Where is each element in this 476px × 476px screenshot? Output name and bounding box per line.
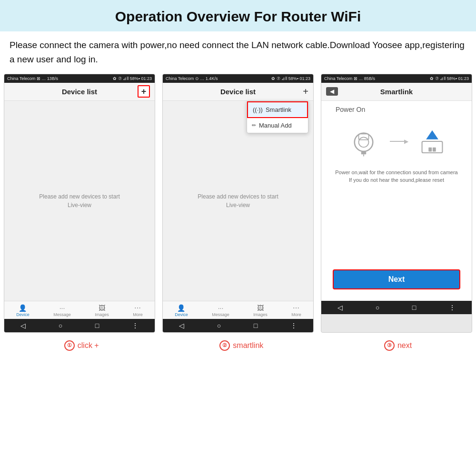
bottom-nav-1: 👤 Device ··· Message 🖼 Images ⋯ More xyxy=(4,301,155,319)
phone-1: China Telecom ⊠ … 13B/s ✿ ⑦ ⊿ll 58%▪ 01:… xyxy=(4,74,155,333)
smartlink-label: Smartlink xyxy=(266,106,291,113)
connection-arrow: ▶ xyxy=(390,138,408,145)
camera-svg xyxy=(347,125,380,158)
status-bar-3: China Telecom ⊠ … 85B/s ✿ ⑦ ⊿ll 58%▪ 01:… xyxy=(321,74,472,83)
status-text-3: China Telecom ⊠ … 85B/s xyxy=(324,76,375,81)
nav-message-1[interactable]: ··· Message xyxy=(51,303,73,318)
label-text-2: smartlink xyxy=(233,341,263,350)
label-circle-3: ③ xyxy=(384,340,395,351)
phone-body-2: Please add new devices to startLive-view… xyxy=(163,101,313,301)
power-on-label: Power On xyxy=(336,106,365,113)
back-arrow-2[interactable]: ◁ xyxy=(179,322,184,329)
dropdown-menu-2: ((·)) Smartlink ✏ Manual Add xyxy=(247,101,308,133)
recent-square-1[interactable]: □ xyxy=(95,322,99,329)
bottom-nav-2: 👤 Device ··· Message 🖼 Images ⋯ More xyxy=(163,301,313,319)
device-icon-2: 👤 xyxy=(177,304,185,312)
nav-device-1[interactable]: 👤 Device xyxy=(14,303,31,318)
nav-message-2[interactable]: ··· Message xyxy=(210,303,231,318)
dropdown-manual-add[interactable]: ✏ Manual Add xyxy=(247,118,308,133)
next-button-wrap: Next xyxy=(326,266,467,293)
device-icon-1: 👤 xyxy=(19,304,27,312)
svg-point-0 xyxy=(354,133,373,151)
menu-dots-2[interactable]: ⋮ xyxy=(290,322,297,329)
message-icon-1: ··· xyxy=(60,304,65,312)
next-button[interactable]: Next xyxy=(333,269,460,289)
nav-bar-2: Device list + xyxy=(163,83,313,101)
menu-dots-1[interactable]: ⋮ xyxy=(132,322,139,329)
label-circle-1: ① xyxy=(64,340,75,351)
nav-images-label-1: Images xyxy=(95,312,109,317)
home-circle-1[interactable]: ○ xyxy=(59,322,62,329)
nav-message-label-2: Message xyxy=(212,312,229,317)
nav-images-1[interactable]: 🖼 Images xyxy=(93,303,111,318)
more-icon-1: ⋯ xyxy=(134,304,141,312)
label-3: ③ next xyxy=(384,340,412,351)
back-arrow-3[interactable]: ◁ xyxy=(337,304,343,311)
svg-rect-3 xyxy=(361,152,366,154)
nav-message-label-1: Message xyxy=(53,312,71,317)
status-icons-1: ✿ ⑦ ⊿ll 58%▪ 01:23 xyxy=(113,76,152,81)
recent-square-3[interactable]: □ xyxy=(412,304,416,311)
router-svg xyxy=(418,127,446,156)
svg-rect-8 xyxy=(432,148,436,152)
camera-illustration: ▶ xyxy=(347,125,446,158)
phone-2: China Telecom ⊙ … 1.4K/s ✿ ⑦ ⊿ll 58%▪ 01… xyxy=(162,74,314,333)
add-button-1[interactable]: + xyxy=(138,85,150,98)
nav-images-label-2: Images xyxy=(253,312,268,317)
manual-add-label: Manual Add xyxy=(259,122,292,129)
recent-square-2[interactable]: □ xyxy=(254,322,258,329)
power-on-instruction: Power on,wait for the connection sound f… xyxy=(335,169,457,184)
nav-bar-3: ◀ Smartlink xyxy=(321,83,472,101)
phones-row: China Telecom ⊠ … 13B/s ✿ ⑦ ⊿ll 58%▪ 01:… xyxy=(0,74,476,333)
smartlink-body: Power On ▶ xyxy=(321,101,472,301)
labels-row: ① click + ② smartlink ③ next xyxy=(0,336,476,354)
label-text-3: next xyxy=(397,341,412,350)
home-circle-3[interactable]: ○ xyxy=(376,304,379,311)
nav-more-1[interactable]: ⋯ More xyxy=(131,303,145,318)
system-nav-3: ◁ ○ □ ⋮ xyxy=(321,301,472,314)
svg-point-1 xyxy=(358,137,368,147)
nav-more-label-2: More xyxy=(291,312,301,317)
menu-dots-3[interactable]: ⋮ xyxy=(449,304,456,311)
nav-device-label-2: Device xyxy=(175,312,188,317)
label-circle-2: ② xyxy=(219,340,230,351)
status-icons-2: ✿ ⑦ ⊿ll 58%▪ 01:23 xyxy=(271,76,310,81)
phone-3: China Telecom ⊠ … 85B/s ✿ ⑦ ⊿ll 58%▪ 01:… xyxy=(321,74,472,333)
status-text-1: China Telecom ⊠ … 13B/s xyxy=(7,76,58,81)
description-text: Please connect the camera with power,no … xyxy=(0,31,476,72)
status-bar-2: China Telecom ⊙ … 1.4K/s ✿ ⑦ ⊿ll 58%▪ 01… xyxy=(163,74,313,83)
label-1: ① click + xyxy=(64,340,99,351)
header-banner: Operation Overview For Router WiFi xyxy=(0,0,476,31)
nav-bar-1: Device list + xyxy=(4,83,155,101)
images-icon-2: 🖼 xyxy=(257,304,264,312)
smartlink-icon: ((·)) xyxy=(253,106,263,113)
svg-rect-5 xyxy=(422,141,442,153)
empty-message-1: Please add new devices to startLive-view xyxy=(39,192,119,209)
page-title: Operation Overview For Router WiFi xyxy=(5,9,471,25)
nav-title-3: Smartlink xyxy=(380,88,413,96)
back-button-3[interactable]: ◀ xyxy=(326,87,338,96)
nav-title-1: Device list xyxy=(62,88,97,96)
home-circle-2[interactable]: ○ xyxy=(217,322,221,329)
phone-body-1: Please add new devices to startLive-view xyxy=(4,101,155,301)
message-icon-2: ··· xyxy=(218,304,224,312)
more-icon-2: ⋯ xyxy=(293,304,299,312)
label-2: ② smartlink xyxy=(219,340,263,351)
system-nav-2: ◁ ○ □ ⋮ xyxy=(163,319,313,332)
nav-more-label-1: More xyxy=(133,312,143,317)
nav-device-label-1: Device xyxy=(16,312,30,317)
nav-more-2[interactable]: ⋯ More xyxy=(289,303,303,318)
back-arrow-1[interactable]: ◁ xyxy=(20,322,26,329)
dropdown-smartlink[interactable]: ((·)) Smartlink xyxy=(247,101,308,118)
status-icons-3: ✿ ⑦ ⊿ll 58%▪ 01:23 xyxy=(430,76,469,81)
empty-message-2: Please add new devices to startLive-view xyxy=(198,192,278,209)
status-text-2: China Telecom ⊙ … 1.4K/s xyxy=(166,76,218,81)
nav-images-2[interactable]: 🖼 Images xyxy=(251,303,269,318)
nav-device-2[interactable]: 👤 Device xyxy=(173,303,190,318)
svg-rect-7 xyxy=(428,148,432,152)
edit-icon: ✏ xyxy=(252,122,256,129)
label-text-1: click + xyxy=(78,341,99,350)
add-icon-2[interactable]: + xyxy=(303,86,308,97)
system-nav-1: ◁ ○ □ ⋮ xyxy=(4,319,155,332)
images-icon-1: 🖼 xyxy=(99,304,105,312)
